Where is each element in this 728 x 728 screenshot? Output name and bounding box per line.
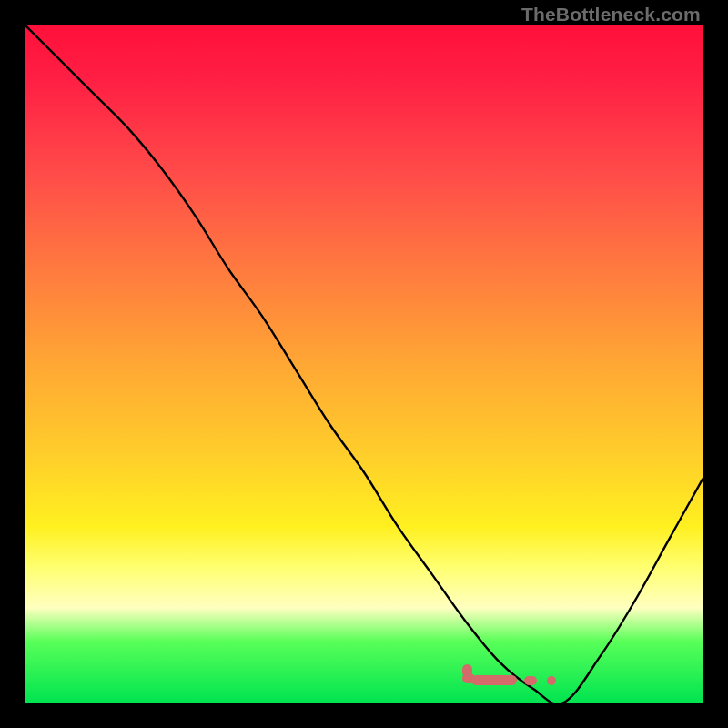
- watermark-text: TheBottleneck.com: [521, 4, 701, 25]
- bottleneck-curve: [25, 25, 703, 703]
- plot-frame: [25, 25, 703, 703]
